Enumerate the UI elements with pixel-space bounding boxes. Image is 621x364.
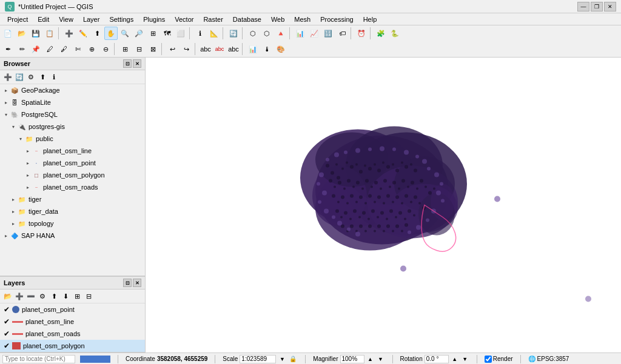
layer-checkbox[interactable]: ✔ (4, 317, 10, 326)
menu-item-raster[interactable]: Raster (198, 15, 227, 24)
menu-item-mesh[interactable]: Mesh (289, 15, 315, 24)
scale-input[interactable] (240, 355, 276, 363)
menu-item-database[interactable]: Database (228, 15, 266, 24)
new-project-button[interactable]: 📄 (1, 27, 15, 40)
zoom-full-button[interactable]: ⊞ (146, 27, 159, 40)
digitize-8[interactable]: ⊖ (99, 42, 112, 56)
digitize-7[interactable]: ⊕ (85, 42, 98, 56)
plugins-button[interactable]: 🧩 (374, 27, 388, 40)
snap-3[interactable]: ⊠ (146, 42, 159, 56)
digitize-4[interactable]: 🖊 (43, 42, 56, 56)
digitize-2[interactable]: ✏ (15, 42, 29, 56)
rotation-up-button[interactable]: ▲ (451, 355, 459, 363)
magnifier-up-button[interactable]: ▲ (366, 355, 375, 363)
locate-input[interactable] (2, 355, 75, 363)
redo-button[interactable]: ↪ (180, 42, 193, 56)
snap-2[interactable]: ⊟ (132, 42, 146, 56)
pan-button[interactable]: ✋ (104, 27, 118, 40)
browser-item-tiger-data[interactable]: ▸📁tiger_data (0, 205, 145, 217)
deselect-button[interactable]: ⬡ (260, 27, 274, 40)
menu-item-view[interactable]: View (54, 15, 78, 24)
save-as-button[interactable]: 📋 (43, 27, 56, 40)
menu-item-edit[interactable]: Edit (33, 15, 54, 24)
browser-filter-button[interactable]: ⚙ (25, 71, 36, 82)
zoom-in-button[interactable]: 🔍 (118, 27, 132, 40)
select-button[interactable]: ⬆ (90, 27, 104, 40)
attribute-table-button[interactable]: 📊 (294, 27, 307, 40)
browser-item-tiger[interactable]: ▸📁tiger (0, 193, 145, 205)
menu-item-settings[interactable]: Settings (104, 15, 138, 24)
menu-item-plugins[interactable]: Plugins (138, 15, 170, 24)
close-button[interactable]: ✕ (604, 2, 616, 12)
scale-lock-button[interactable]: 🔒 (288, 354, 298, 364)
menu-item-processing[interactable]: Processing (315, 15, 358, 24)
select-feature-button[interactable]: ⬡ (246, 27, 260, 40)
layers-float-button[interactable]: ⊡ (123, 279, 132, 287)
refresh-button[interactable]: 🔄 (227, 27, 240, 40)
zoom-selection-button[interactable]: ⬜ (174, 27, 187, 40)
chart-button[interactable]: 📊 (246, 42, 260, 56)
rotation-down-button[interactable]: ▼ (461, 355, 469, 363)
menu-item-project[interactable]: Project (2, 15, 33, 24)
menu-item-web[interactable]: Web (266, 15, 289, 24)
minimize-button[interactable]: — (577, 2, 589, 12)
digitize-button[interactable]: ✏️ (76, 27, 90, 40)
layer-row-planet-osm-roads[interactable]: ✔ planet_osm_roads (0, 328, 145, 340)
browser-item-topology[interactable]: ▸📁topology (0, 217, 145, 230)
identify-button[interactable]: ℹ (193, 27, 207, 40)
menu-item-help[interactable]: Help (358, 15, 382, 24)
browser-collapse-button[interactable]: ⬆ (37, 71, 48, 82)
maximize-button[interactable]: ❐ (591, 2, 603, 12)
menu-item-layer[interactable]: Layer (78, 15, 105, 24)
layer-checkbox[interactable]: ✔ (4, 342, 10, 350)
snap-1[interactable]: ⊞ (118, 42, 132, 56)
zoom-out-button[interactable]: 🔎 (132, 27, 146, 40)
style-button[interactable]: 🎨 (274, 42, 287, 56)
layers-expand-button[interactable]: ⊞ (72, 291, 82, 302)
measure-button[interactable]: 📐 (207, 27, 221, 40)
browser-item-spatialite[interactable]: ▸🗄SpatiaLite (0, 96, 145, 108)
browser-item-postgres-gis[interactable]: ▾🔌postgres-gis (0, 121, 145, 133)
browser-float-button[interactable]: ⊡ (123, 59, 132, 68)
label-1[interactable]: abc (199, 42, 212, 56)
browser-panel-header[interactable]: Browser ⊡ ✕ (0, 58, 145, 70)
save-project-button[interactable]: 💾 (29, 27, 42, 40)
time-manager-button[interactable]: ⏰ (355, 27, 368, 40)
digitize-3[interactable]: 📌 (29, 42, 42, 56)
layer-row-planet-osm-line[interactable]: ✔ planet_osm_line (0, 316, 145, 328)
layer-checkbox[interactable]: ✔ (4, 329, 10, 338)
heatmap-button[interactable]: 🌡 (260, 42, 274, 56)
add-layer-button[interactable]: ➕ (62, 27, 76, 40)
browser-close-button[interactable]: ✕ (133, 59, 141, 68)
label-2[interactable]: abc (213, 42, 226, 56)
open-project-button[interactable]: 📂 (15, 27, 29, 40)
filter-button[interactable]: 🔺 (274, 27, 287, 40)
layers-filter-button[interactable]: ⚙ (37, 291, 48, 302)
browser-add-button[interactable]: ➕ (2, 71, 13, 82)
browser-item-public[interactable]: ▾📁public (0, 133, 145, 145)
layer-row-planet-osm-polygon[interactable]: ✔ planet_osm_polygon (0, 340, 145, 352)
digitize-6[interactable]: ✄ (71, 42, 84, 56)
layers-up-button[interactable]: ⬆ (49, 291, 59, 302)
render-checkbox[interactable] (485, 356, 492, 363)
menu-item-vector[interactable]: Vector (170, 15, 198, 24)
browser-refresh-button[interactable]: 🔄 (14, 71, 25, 82)
undo-button[interactable]: ↩ (166, 42, 179, 56)
rotation-input[interactable] (425, 355, 449, 363)
scale-dropdown-button[interactable]: ▼ (278, 355, 286, 363)
label-button[interactable]: 🏷 (335, 27, 349, 40)
layers-remove-button[interactable]: ➖ (25, 291, 36, 302)
zoom-layer-button[interactable]: 🗺 (160, 27, 173, 40)
browser-item-planet-osm-roads[interactable]: ▸~planet_osm_roads (0, 181, 145, 193)
digitize-1[interactable]: ✒ (1, 42, 15, 56)
label-3[interactable]: abc (227, 42, 240, 56)
digitize-5[interactable]: 🖋 (57, 42, 70, 56)
browser-item-planet-osm-point[interactable]: ▸·planet_osm_point (0, 157, 145, 169)
python-button[interactable]: 🐍 (388, 27, 401, 40)
calculator-button[interactable]: 🔢 (321, 27, 335, 40)
browser-item-planet-osm-polygon[interactable]: ▸□planet_osm_polygon (0, 169, 145, 181)
layer-row-planet-osm-point[interactable]: ✔ planet_osm_point (0, 303, 145, 316)
magnifier-input[interactable] (340, 355, 364, 363)
layers-add-button[interactable]: ➕ (14, 291, 25, 302)
layers-panel-header[interactable]: Layers ⊡ ✕ (0, 277, 145, 290)
